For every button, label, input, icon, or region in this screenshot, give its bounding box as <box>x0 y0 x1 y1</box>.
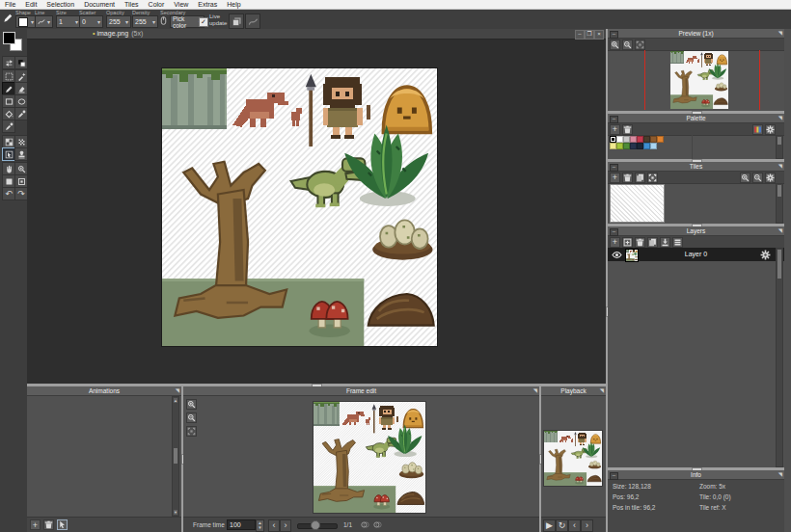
redo-button[interactable]: ↷ <box>14 187 28 200</box>
marquee-select-tool[interactable] <box>2 69 15 83</box>
layer-visibility-toggle[interactable] <box>612 250 622 260</box>
flatten-button[interactable] <box>672 237 683 248</box>
default-colors-button[interactable] <box>14 56 28 69</box>
palette-import-button[interactable] <box>752 124 763 135</box>
density-dropdown[interactable]: 255▾ <box>132 15 158 28</box>
opacity-dropdown[interactable]: 255▾ <box>106 15 131 28</box>
palette-color[interactable] <box>623 136 630 143</box>
pencil-tool[interactable] <box>2 82 15 95</box>
shape-dropdown[interactable]: ▾ <box>15 15 37 28</box>
prev-button[interactable]: ‹ <box>568 519 581 532</box>
select-animation-button[interactable] <box>57 519 68 530</box>
panel-corner-icon[interactable]: ◥ <box>533 386 537 395</box>
palette-color[interactable] <box>610 143 616 149</box>
animations-scrollbar[interactable]: ▲ ▼ <box>172 396 179 517</box>
onion-next-toggle[interactable] <box>373 520 382 529</box>
delete-layer-button[interactable] <box>635 237 645 248</box>
frame-edit-image[interactable] <box>314 402 425 513</box>
color-replace-tool[interactable] <box>14 107 28 120</box>
tile-overlay-button[interactable] <box>229 13 244 29</box>
palette-color[interactable] <box>643 136 650 143</box>
layer-row[interactable]: Layer 0 <box>608 248 784 261</box>
canvas[interactable] <box>162 68 437 346</box>
menu-view[interactable]: View <box>169 1 193 8</box>
frame-slider-thumb[interactable] <box>311 520 320 530</box>
panel-corner-icon[interactable]: ◥ <box>778 162 782 171</box>
size-dropdown[interactable]: 1▾ <box>56 15 81 28</box>
stamp-tool[interactable] <box>14 147 28 161</box>
palette-color[interactable] <box>650 136 657 143</box>
tile-bounds-button[interactable] <box>635 40 645 50</box>
menu-selection[interactable]: Selection <box>41 1 79 8</box>
layers-scrollbar[interactable] <box>776 248 783 467</box>
document-tab[interactable]: •image.png(5x) <box>93 30 143 37</box>
delete-animation-button[interactable] <box>43 519 54 530</box>
palette-color[interactable] <box>616 136 623 143</box>
ellipse-tool[interactable] <box>14 94 28 108</box>
rectangle-tool[interactable] <box>2 94 15 108</box>
scatter-dropdown[interactable]: 0▾ <box>79 15 103 28</box>
delete-tile-button[interactable] <box>622 173 633 183</box>
menu-document[interactable]: Document <box>79 1 120 8</box>
tiles-settings-button[interactable] <box>765 173 776 183</box>
collapse-icon[interactable]: – <box>610 228 618 236</box>
curve-tool-button[interactable] <box>245 13 260 29</box>
add-animation-button[interactable]: + <box>30 519 41 530</box>
panel-corner-icon[interactable]: ◥ <box>176 386 179 395</box>
zoom-tool[interactable] <box>14 162 28 175</box>
palette-color[interactable] <box>630 143 637 149</box>
add-tile-button[interactable]: + <box>610 173 620 183</box>
menu-extras[interactable]: Extras <box>193 1 222 8</box>
frame-time-spinner[interactable]: ▲▼ <box>256 519 264 532</box>
zoom-out-button[interactable] <box>752 173 763 183</box>
next-button[interactable]: › <box>581 519 593 532</box>
palette-color[interactable] <box>630 136 637 143</box>
delete-color-button[interactable] <box>622 124 633 135</box>
tile-frame-button[interactable] <box>647 173 658 183</box>
add-color-button[interactable]: + <box>610 124 620 135</box>
duplicate-layer-button[interactable] <box>647 237 658 248</box>
magic-wand-tool[interactable] <box>14 69 28 83</box>
palette-scrollbar[interactable] <box>776 135 783 159</box>
doc-restore-button[interactable]: ❐ <box>585 30 594 40</box>
panel-corner-icon[interactable]: ◥ <box>778 29 782 38</box>
palette-settings-button[interactable] <box>765 124 776 135</box>
tile-placer-tool[interactable] <box>2 147 15 161</box>
panel-corner-icon[interactable]: ◥ <box>778 114 782 122</box>
grid-toggle-b[interactable] <box>14 174 28 188</box>
frame-time-input[interactable] <box>227 519 256 530</box>
zoom-in-button[interactable] <box>186 399 197 410</box>
palette-color[interactable] <box>616 143 623 149</box>
panel-corner-icon[interactable]: ◥ <box>600 386 604 395</box>
layer-settings-button[interactable] <box>760 250 771 260</box>
menu-tiles[interactable]: Tiles <box>120 1 144 8</box>
tile-thumbnail[interactable] <box>610 184 665 223</box>
palette-color[interactable] <box>637 136 643 143</box>
add-group-button[interactable] <box>622 237 633 248</box>
palette-color[interactable] <box>623 143 630 149</box>
zoom-out-button[interactable] <box>186 412 197 423</box>
line-dropdown[interactable]: ▾ <box>35 15 53 28</box>
palette-color[interactable] <box>657 136 664 143</box>
doc-minimize-button[interactable]: – <box>575 30 585 40</box>
palette-color[interactable] <box>610 136 616 143</box>
palette-color[interactable] <box>650 143 657 149</box>
collapse-icon[interactable]: – <box>610 472 618 480</box>
prev-frame-button[interactable]: ‹ <box>268 519 280 532</box>
menu-edit[interactable]: Edit <box>20 1 41 8</box>
swap-colors-button[interactable] <box>2 56 15 69</box>
collapse-icon[interactable]: – <box>610 31 618 39</box>
live-update-checkbox[interactable]: ✓ <box>199 17 208 27</box>
duplicate-tile-button[interactable] <box>635 173 645 183</box>
tiles-scrollbar[interactable] <box>776 183 783 224</box>
onion-prev-toggle[interactable] <box>361 520 369 529</box>
fill-tool[interactable] <box>2 107 15 120</box>
zoom-in-button[interactable] <box>740 173 750 183</box>
frame-bounds-button[interactable] <box>186 426 197 437</box>
panel-corner-icon[interactable]: ◥ <box>778 470 782 479</box>
foreground-color-swatch[interactable] <box>3 32 15 44</box>
menu-file[interactable]: File <box>0 1 20 8</box>
palette-color[interactable] <box>637 143 643 149</box>
palette-color[interactable] <box>643 143 650 149</box>
add-layer-button[interactable]: + <box>610 237 620 248</box>
